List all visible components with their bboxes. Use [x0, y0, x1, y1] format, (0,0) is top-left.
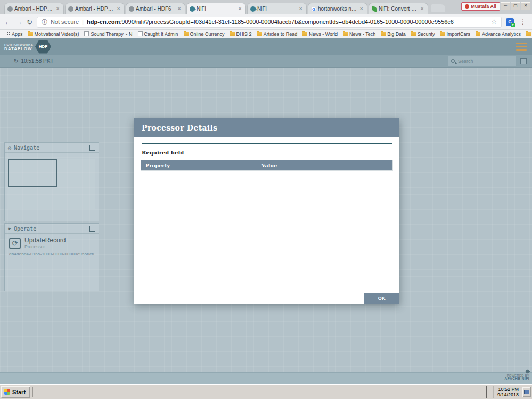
tab-close-icon[interactable]: ✕ — [116, 6, 121, 12]
operate-title: Operate — [14, 226, 36, 232]
bookmark-item[interactable]: Caught It Admin — [136, 31, 181, 37]
folder-icon — [476, 32, 480, 36]
browser-tab[interactable]: NiFi: Convert data into low✕ — [369, 3, 428, 14]
google-favicon-icon: G — [311, 6, 316, 12]
properties-table-header: Property Value — [141, 160, 392, 170]
bookmark-item[interactable]: News - World — [300, 31, 340, 37]
ok-button[interactable]: OK — [364, 293, 399, 304]
close-button[interactable]: ✕ — [521, 2, 530, 10]
bookmark-item[interactable]: Security — [409, 31, 437, 37]
nifi-drop-icon — [525, 369, 530, 374]
extension-icon[interactable]: C7 — [506, 18, 514, 26]
tab-title: NiFi: Convert data into low — [379, 6, 418, 12]
tab-close-icon[interactable]: ✕ — [358, 6, 364, 12]
tab-close-icon[interactable]: ✕ — [237, 6, 243, 12]
screen: Ambari - HDP3_SN1✕Ambari - HDP3_SN1✕Amba… — [0, 0, 532, 399]
refresh-icon[interactable]: ↻ — [14, 58, 18, 64]
bookmarks-bar: AppsMotivational Video(s)Sound Therapy ~… — [0, 30, 532, 38]
minimize-button[interactable]: ─ — [501, 2, 510, 10]
browser-tab[interactable]: Ghortonworks nifi convert da✕ — [308, 3, 367, 14]
start-button[interactable]: Start — [1, 386, 30, 398]
start-label: Start — [12, 389, 26, 395]
clock-time: 10:52 PM — [497, 387, 519, 392]
browser-tab[interactable]: NiFi✕ — [247, 3, 307, 14]
reload-button[interactable]: ↻ — [27, 18, 32, 26]
taskbar-clock[interactable]: 10:52 PM 9/14/2018 — [495, 387, 521, 397]
browser-profile-chip[interactable]: Mustafa Ali — [461, 2, 500, 11]
bookmark-item[interactable]: Advance Analytics — [473, 31, 523, 37]
bookmark-item[interactable]: Big Data — [379, 31, 408, 37]
folder-icon — [28, 32, 33, 36]
collapse-operate-icon[interactable]: − — [89, 226, 95, 232]
bookmark-label: Articles to Read — [264, 31, 298, 37]
properties-table: Property Value — [141, 160, 393, 171]
bookmark-label: Big Data — [387, 31, 406, 37]
omnibox-divider: | — [82, 19, 84, 25]
navigate-panel: ◎ Navigate − — [4, 142, 99, 221]
page-icon — [84, 31, 89, 36]
folder-icon — [343, 32, 348, 36]
selected-component-name: UpdateRecord — [24, 237, 66, 244]
tab-close-icon[interactable]: ✕ — [55, 6, 61, 12]
minimap-viewport[interactable] — [8, 159, 57, 187]
bookmark-item[interactable]: Articles to Read — [255, 31, 300, 37]
tab-title: Ambari - HDP3_SN1 — [14, 6, 53, 12]
minimap[interactable] — [8, 159, 95, 209]
value-column-header: Value — [257, 162, 366, 168]
global-menu-icon[interactable] — [516, 43, 527, 51]
birdseye-toggle[interactable] — [520, 58, 527, 64]
compass-icon: ◎ — [8, 145, 11, 151]
tab-close-icon[interactable]: ✕ — [419, 6, 425, 12]
navigate-title: Navigate — [14, 145, 39, 151]
back-button[interactable]: ← — [4, 18, 11, 26]
info-icon[interactable]: ⓘ — [42, 18, 47, 26]
bookmark-item[interactable]: Sound Therapy ~ N — [82, 31, 134, 37]
folder-icon — [526, 32, 531, 36]
bookmark-label: Advance Analytics — [482, 31, 521, 37]
tab-close-icon[interactable]: ✕ — [298, 6, 304, 12]
processor-details-dialog: Processor Details Required field Propert… — [134, 118, 399, 304]
bookmark-star-icon[interactable]: ☆ — [491, 18, 497, 26]
ambari-favicon-icon — [68, 6, 73, 12]
tab-close-icon[interactable]: ✕ — [176, 6, 182, 12]
ambari-favicon-icon — [129, 6, 134, 12]
selected-component: ⟳ UpdateRecord Processor — [5, 234, 99, 250]
security-label: Not secure — [51, 19, 79, 25]
browser-tab[interactable]: NiFi✕ — [186, 3, 246, 14]
url-omnibox[interactable]: ⓘ Not secure | hdp-en.com:9090/nifi/?pro… — [37, 17, 502, 28]
bookmark-item[interactable]: DHIS 2 — [228, 31, 254, 37]
browser-tab[interactable]: Ambari - HDP3_SN1✕ — [4, 3, 64, 14]
operate-panel: ☛ Operate − ⟳ UpdateRecord Processor db4… — [4, 223, 99, 291]
new-tab-button[interactable] — [431, 4, 445, 12]
breadcrumb — [0, 372, 532, 384]
tab-title: Ambari - HDF6 — [136, 6, 175, 12]
bookmark-label: Online Currency — [190, 31, 225, 37]
show-desktop-button[interactable] — [522, 387, 531, 397]
bookmark-item[interactable]: ImportCars — [438, 31, 472, 37]
nifi-favicon-icon — [189, 5, 196, 12]
bookmark-item[interactable]: Apps — [3, 31, 25, 37]
tab-title: hortonworks nifi convert da — [318, 6, 357, 12]
maximize-button[interactable]: ▢ — [511, 2, 520, 10]
search-input[interactable] — [457, 58, 505, 64]
folder-icon — [411, 32, 416, 36]
forward-button[interactable]: → — [15, 18, 22, 26]
bookmark-item[interactable]: BI Tools — [524, 31, 532, 37]
bookmark-item[interactable]: Online Currency — [182, 31, 227, 37]
bookmark-label: Sound Therapy ~ N — [91, 31, 132, 37]
selected-component-type: Processor — [24, 244, 66, 249]
search-icon — [451, 59, 455, 63]
operate-buttons-row2 — [5, 260, 99, 263]
bookmark-item[interactable]: Motivational Video(s) — [26, 31, 81, 37]
tab-title: NiFi — [257, 6, 296, 12]
folder-icon — [440, 32, 445, 36]
collapse-navigate-icon[interactable]: − — [89, 145, 95, 151]
browser-menu-icon[interactable]: ⋮ — [518, 18, 528, 26]
browser-tab[interactable]: Ambari - HDF6✕ — [126, 3, 185, 14]
operate-header: ☛ Operate − — [5, 224, 99, 234]
folder-icon — [257, 32, 262, 36]
browser-tab[interactable]: Ambari - HDP3_SN1✕ — [65, 3, 125, 14]
logo-line2: DATAFLOW — [4, 47, 33, 51]
tab-title: Ambari - HDP3_SN1 — [75, 6, 114, 12]
bookmark-item[interactable]: News - Tech — [341, 31, 378, 37]
